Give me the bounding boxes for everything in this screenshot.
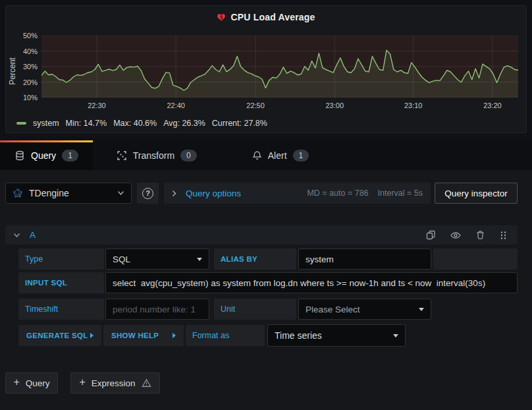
- panel-title: CPU Load Average: [230, 12, 315, 22]
- editor-tab-bar: Query 1 Transform 0 Alert 1: [0, 140, 532, 170]
- panel-header: CPU Load Average: [6, 11, 526, 24]
- query-inspector-button[interactable]: Query inspector: [435, 183, 518, 204]
- bell-icon: [252, 150, 262, 161]
- format-as-select[interactable]: Time series: [267, 324, 406, 347]
- chevron-down-icon: [117, 190, 124, 196]
- chevron-right-icon: [172, 190, 176, 197]
- drag-handle-icon[interactable]: [497, 231, 510, 240]
- tab-transform[interactable]: Transform 0: [102, 140, 211, 170]
- delete-query-trash-icon[interactable]: [473, 230, 488, 240]
- datasource-name: TDengine: [29, 188, 111, 198]
- format-as-label: Format as: [186, 325, 265, 346]
- warning-triangle-icon: [142, 378, 151, 388]
- hide-query-eye-icon[interactable]: [448, 231, 464, 240]
- caret-right-icon: [173, 333, 176, 338]
- add-expression-button[interactable]: + Expression: [70, 372, 160, 394]
- alert-heart-icon: [217, 13, 226, 22]
- cpu-load-panel: CPU Load Average Percent 10%20%30%40%50%…: [5, 5, 527, 133]
- tab-query[interactable]: Query 1: [0, 140, 93, 170]
- x-tick: 23:10: [395, 102, 432, 109]
- caret-down-icon: [197, 258, 202, 261]
- query-options-toggle[interactable]: Query options MD = auto = 786 Interval =…: [164, 183, 431, 204]
- query-row-header[interactable]: A: [5, 225, 518, 245]
- tab-transform-label: Transform: [133, 150, 174, 161]
- sql-query-input[interactable]: [105, 272, 518, 293]
- plus-icon: +: [79, 377, 85, 388]
- legend-max: Max: 40.6%: [113, 119, 157, 128]
- y-tick: 10%: [6, 94, 38, 102]
- plus-icon: +: [13, 377, 19, 388]
- y-tick: 20%: [6, 78, 38, 86]
- query-options-label: Query options: [186, 189, 241, 198]
- tab-query-label: Query: [31, 150, 56, 161]
- legend: system Min: 14.7% Max: 40.6% Avg: 26.3% …: [16, 117, 267, 130]
- unit-select[interactable]: Please Select: [298, 299, 431, 320]
- x-axis: 22:3022:4022:5023:0023:1023:20: [41, 102, 518, 111]
- tab-alert-label: Alert: [268, 150, 287, 161]
- tab-alert[interactable]: Alert 1: [238, 140, 323, 170]
- timeshift-label: Timeshift: [18, 299, 104, 320]
- legend-current: Current: 27.8%: [212, 119, 267, 128]
- series-color-swatch: [16, 122, 26, 125]
- x-tick: 22:30: [78, 102, 115, 109]
- x-tick: 23:00: [316, 102, 353, 109]
- alias-by-label: ALIAS BY: [214, 249, 296, 270]
- question-circle-icon: ?: [142, 188, 153, 199]
- legend-min: Min: 14.7%: [66, 119, 107, 128]
- duplicate-query-icon[interactable]: [423, 230, 439, 240]
- caret-down-icon: [419, 308, 424, 311]
- caret-right-icon: [90, 333, 93, 338]
- y-tick: 50%: [6, 32, 38, 40]
- chart-plot[interactable]: [41, 36, 518, 98]
- x-tick: 23:20: [474, 102, 511, 109]
- x-tick: 22:40: [157, 102, 194, 109]
- legend-avg: Avg: 26.3%: [163, 119, 205, 128]
- collapse-chevron-icon[interactable]: [13, 233, 20, 238]
- datasource-help-button[interactable]: ?: [137, 183, 159, 204]
- generate-sql-button[interactable]: GENERATE SQL: [18, 325, 101, 346]
- database-icon: [14, 150, 25, 161]
- query-ref-id: A: [30, 230, 36, 240]
- datasource-picker[interactable]: TDengine: [5, 183, 132, 204]
- show-help-button[interactable]: SHOW HELP: [103, 325, 184, 346]
- interval-text: Interval = 5s: [378, 189, 423, 198]
- tdengine-logo-icon: [13, 188, 23, 198]
- query-editor-section: TDengine ? Query options MD = auto = 786…: [0, 170, 532, 410]
- y-tick: 40%: [6, 47, 38, 55]
- x-tick: 22:50: [237, 102, 274, 109]
- type-select[interactable]: SQL: [105, 249, 209, 270]
- tab-query-count: 1: [62, 150, 78, 161]
- tab-alert-count: 1: [293, 150, 309, 161]
- timeshift-input[interactable]: [105, 299, 209, 320]
- y-tick: 30%: [6, 63, 38, 71]
- tab-transform-count: 0: [180, 150, 197, 161]
- add-query-button[interactable]: + Query: [5, 372, 58, 394]
- caret-down-icon: [393, 334, 398, 337]
- unit-label: Unit: [214, 299, 296, 320]
- legend-series-name[interactable]: system: [33, 119, 59, 128]
- transform-icon: [117, 150, 127, 161]
- form-filler: [433, 249, 518, 270]
- max-data-points-text: MD = auto = 786: [307, 189, 368, 198]
- alias-by-input[interactable]: [298, 249, 431, 270]
- input-sql-label: INPUT SQL: [18, 272, 104, 293]
- panel-preview-section: CPU Load Average Percent 10%20%30%40%50%…: [0, 0, 532, 140]
- type-label: Type: [18, 249, 104, 270]
- y-axis: 10%20%30%40%50%: [6, 36, 38, 98]
